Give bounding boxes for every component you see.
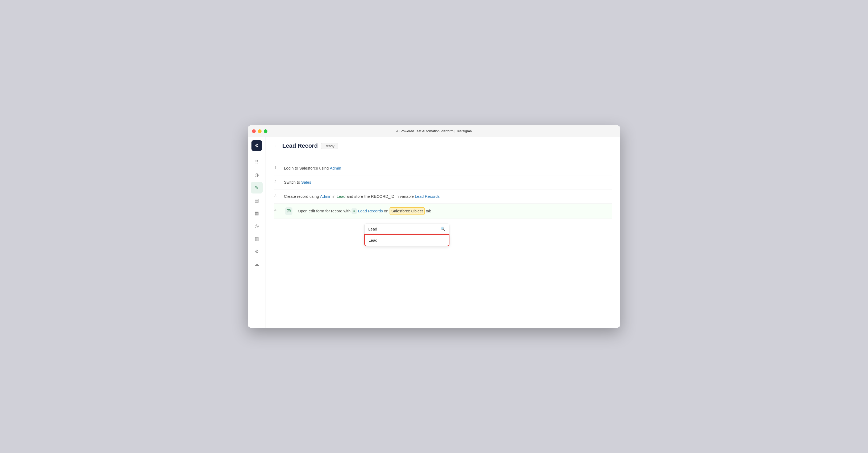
step3-text1: Create record using xyxy=(284,193,319,200)
steps-container: 1 Login to Salesforce using Admin 2 Swit… xyxy=(266,155,620,328)
app-logo: ⚙ xyxy=(251,140,262,151)
step-number-1: 1 xyxy=(274,165,280,170)
step2-text: Switch to xyxy=(284,179,300,185)
settings-icon: ⚙ xyxy=(255,249,259,254)
step3-admin-link[interactable]: Admin xyxy=(320,193,332,200)
dropdown-option-label: Lead xyxy=(369,238,377,242)
sidebar-item-apps[interactable]: ▦ xyxy=(251,207,262,219)
step-content-2: Switch to Sales xyxy=(284,179,612,185)
close-button[interactable] xyxy=(252,129,256,133)
step-number-2: 2 xyxy=(274,179,280,184)
maximize-button[interactable] xyxy=(264,129,268,133)
dashboard-icon: ◑ xyxy=(255,172,259,178)
sidebar-item-chart[interactable]: ▥ xyxy=(251,233,262,245)
chart-icon: ▥ xyxy=(254,236,259,242)
step4-text1: Open edit form for record with xyxy=(298,208,350,214)
sidebar: ⚙ ⠿ ◑ ✎ ▤ ▦ ◎ ▥ ⚙ xyxy=(248,137,266,328)
dropdown-option-lead[interactable]: Lead xyxy=(364,234,450,246)
page-title: Lead Record xyxy=(282,142,318,149)
step4-text3: tab xyxy=(426,208,431,214)
step3-lead-link[interactable]: Lead xyxy=(337,193,345,200)
logo-icon: ⚙ xyxy=(255,143,259,149)
app-window: AI Powered Test Automation Platform | Te… xyxy=(248,125,620,328)
step3-text3: and store the RECORD_ID in variable xyxy=(346,193,414,200)
page-header: ← Lead Record Ready xyxy=(266,137,620,155)
window-title: AI Powered Test Automation Platform | Te… xyxy=(396,129,472,133)
step4-dollar-icon: $ xyxy=(351,208,357,214)
dropdown-search-input[interactable] xyxy=(368,227,438,231)
step-content-1: Login to Salesforce using Admin xyxy=(284,165,612,172)
titlebar: AI Powered Test Automation Platform | Te… xyxy=(248,125,620,137)
step3-text2: in xyxy=(332,193,336,200)
sidebar-item-grid[interactable]: ⠿ xyxy=(251,156,262,168)
step-number-3: 3 xyxy=(274,193,280,198)
search-icon: 🔍 xyxy=(440,227,445,231)
edit-icon: ✎ xyxy=(255,185,259,190)
step-row-1: 1 Login to Salesforce using Admin xyxy=(274,161,612,175)
step-row-2: 2 Switch to Sales xyxy=(274,175,612,189)
sidebar-item-edit[interactable]: ✎ xyxy=(251,182,262,193)
spinner-icon: ◎ xyxy=(255,223,259,229)
step-row-3: 3 Create record using Admin in Lead and … xyxy=(274,189,612,204)
cloud-icon: ☁ xyxy=(254,261,259,267)
step4-salesforce-object-highlight: Salesforce Object xyxy=(390,207,425,215)
sidebar-item-spinner[interactable]: ◎ xyxy=(251,220,262,232)
step-row-4: 4 Open edit form for record wit xyxy=(274,204,612,219)
step4-icon-box xyxy=(284,207,293,215)
main-content: ← Lead Record Ready 1 Login to Salesforc… xyxy=(266,137,620,328)
step3-leadrecords-link[interactable]: Lead Records xyxy=(415,193,440,200)
step4-text2: on xyxy=(384,208,389,214)
back-button[interactable]: ← xyxy=(274,144,279,148)
traffic-lights xyxy=(252,129,268,133)
app-body: ⚙ ⠿ ◑ ✎ ▤ ▦ ◎ ▥ ⚙ xyxy=(248,137,620,328)
step4-leadrecords-link[interactable]: Lead Records xyxy=(358,208,383,214)
step-number-4: 4 xyxy=(274,207,280,212)
dropdown-container: 🔍 Lead xyxy=(364,223,450,246)
apps-icon: ▦ xyxy=(254,210,259,216)
dropdown-search-box: 🔍 xyxy=(364,223,450,234)
folder-icon: ▤ xyxy=(254,198,259,203)
chat-icon xyxy=(285,207,292,215)
grid-icon: ⠿ xyxy=(255,159,258,165)
sidebar-item-settings[interactable]: ⚙ xyxy=(251,246,262,258)
step-content-4: Open edit form for record with $ Lead Re… xyxy=(298,207,612,215)
sidebar-item-folder[interactable]: ▤ xyxy=(251,194,262,206)
minimize-button[interactable] xyxy=(258,129,261,133)
sidebar-item-cloud[interactable]: ☁ xyxy=(251,259,262,270)
step1-text: Login to Salesforce using xyxy=(284,165,329,172)
sidebar-item-dashboard[interactable]: ◑ xyxy=(251,169,262,181)
status-badge: Ready xyxy=(321,143,338,149)
step2-sales-link[interactable]: Sales xyxy=(301,179,311,185)
step1-admin-link[interactable]: Admin xyxy=(330,165,341,172)
step-content-3: Create record using Admin in Lead and st… xyxy=(284,193,612,200)
svg-rect-0 xyxy=(287,209,290,212)
